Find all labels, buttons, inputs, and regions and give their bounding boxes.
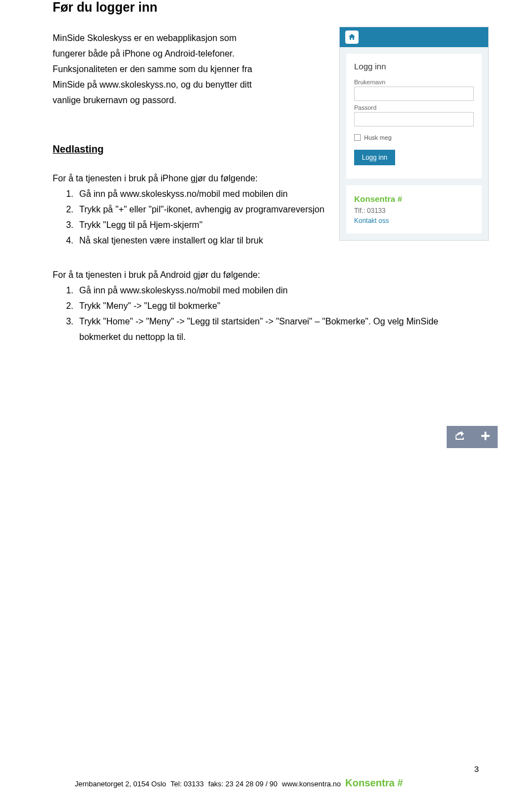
footer: Jernbanetorget 2, 0154 Oslo Tel: 03133 f… — [0, 777, 532, 789]
page-number: 3 — [474, 764, 479, 774]
contact-link[interactable]: Kontakt oss — [354, 216, 474, 226]
android-steps-list: Gå inn på www.skoleskyss.no/mobil med mo… — [53, 283, 482, 345]
home-icon[interactable] — [345, 31, 359, 44]
list-item: Trykk "Home" -> "Meny" -> "Legg til star… — [76, 314, 482, 345]
login-screenshot: Logg inn Brukernavn Passord Husk meg Log… — [339, 27, 489, 241]
footer-fax: faks: 23 24 28 09 / 90 — [208, 780, 278, 788]
remember-checkbox[interactable] — [354, 134, 361, 141]
contact-brand: Konsentra # — [354, 193, 474, 206]
login-form: Logg inn Brukernavn Passord Husk meg Log… — [346, 54, 482, 179]
share-icon[interactable] — [453, 429, 467, 445]
list-item: Gå inn på www.skoleskyss.no/mobil med mo… — [76, 283, 482, 298]
password-label: Passord — [354, 104, 474, 111]
contact-card: Konsentra # Tlf.: 03133 Kontakt oss — [346, 185, 482, 233]
footer-address: Jernbanetorget 2, 0154 Oslo — [75, 780, 166, 788]
contact-phone: Tlf.: 03133 — [354, 206, 474, 216]
android-intro: For å ta tjenesten i bruk på Android gjø… — [53, 267, 482, 283]
share-plus-toolbar — [447, 426, 498, 448]
plus-icon[interactable] — [480, 430, 491, 444]
username-input[interactable] — [354, 87, 474, 101]
login-header-bar — [340, 27, 488, 47]
page-title: Før du logger inn — [53, 0, 482, 31]
list-item: Trykk "Meny" -> "Legg til bokmerke" — [76, 298, 482, 314]
login-button[interactable]: Logg inn — [354, 150, 395, 165]
footer-brand: Konsentra # — [345, 777, 403, 789]
intro-line: MinSide på www.skoleskyss.no, og du beny… — [53, 80, 252, 89]
footer-tel: Tel: 03133 — [171, 780, 204, 788]
password-input[interactable] — [354, 112, 474, 126]
intro-line: Funksjonaliteten er den samme som du kje… — [53, 64, 252, 74]
intro-line: MinSide Skoleskyss er en webapplikasjon … — [53, 33, 237, 43]
footer-web: www.konsentra.no — [282, 780, 341, 788]
intro-line: fungerer både på iPhone og Android-telef… — [53, 49, 234, 58]
login-title: Logg inn — [354, 62, 474, 71]
username-label: Brukernavn — [354, 79, 474, 85]
intro-paragraph: MinSide Skoleskyss er en webapplikasjon … — [53, 31, 308, 108]
intro-line: vanlige brukernavn og passord. — [53, 95, 176, 105]
remember-label: Husk meg — [364, 134, 392, 141]
